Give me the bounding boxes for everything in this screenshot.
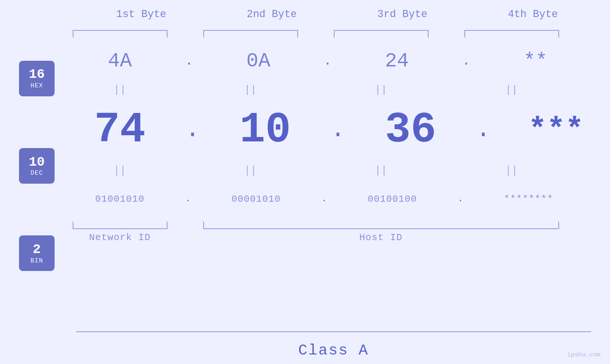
- bin-dot-2: .: [321, 194, 327, 204]
- network-bracket-wrap: [55, 222, 185, 229]
- bracket-cell-2: [185, 30, 316, 37]
- dec-val-2: 10: [240, 106, 291, 154]
- bottom-bracket-row: [55, 222, 610, 229]
- bottom-section: Network ID Host ID: [55, 222, 610, 243]
- dec-dot-2: .: [330, 118, 345, 142]
- top-bracket-4: [464, 30, 559, 37]
- byte3-header: 3rd Byte: [337, 9, 468, 20]
- dec-val-4: ***: [528, 112, 584, 148]
- equals2-3: ||: [375, 165, 387, 177]
- dec-cell-1: 74: [55, 106, 185, 154]
- class-label: Class A: [298, 342, 368, 359]
- main-area: 16 HEX 10 DEC 2 BIN: [0, 20, 610, 326]
- data-area: 4A . 0A . 24 . ** ||: [55, 25, 610, 326]
- network-bracket: [73, 222, 168, 229]
- bin-val-1: 01001010: [95, 194, 144, 205]
- byte4-header: 4th Byte: [468, 9, 598, 20]
- equals-3: ||: [375, 84, 387, 96]
- hex-dot-1: .: [185, 55, 193, 68]
- dec-dot-1: .: [185, 118, 200, 142]
- class-row: Class A: [76, 331, 591, 364]
- dec-cell-4: ***: [491, 112, 610, 148]
- hex-val-3: 24: [385, 50, 409, 73]
- host-bracket: [203, 222, 559, 229]
- dec-dot-3: .: [476, 118, 490, 142]
- eq2-cell-3: ||: [316, 165, 446, 177]
- equals2-4: ||: [505, 165, 517, 177]
- watermark: ipshu.com: [567, 351, 601, 358]
- hex-val-2: 0A: [246, 50, 270, 73]
- eq2-cell-4: ||: [446, 165, 577, 177]
- hex-cell-4: **: [470, 50, 601, 73]
- eq-cell-4: ||: [446, 84, 577, 96]
- dec-badge-num: 10: [29, 155, 45, 170]
- hex-cell-1: 4A: [55, 50, 185, 73]
- hex-cell-3: 24: [332, 50, 462, 73]
- bin-val-2: 00001010: [232, 194, 281, 205]
- eq2-cell-1: ||: [55, 165, 185, 177]
- dec-val-3: 36: [385, 106, 436, 154]
- host-bracket-wrap: [185, 222, 577, 229]
- bracket-cell-4: [446, 30, 577, 37]
- equals-4: ||: [505, 84, 517, 96]
- header-row: 1st Byte 2nd Byte 3rd Byte 4th Byte: [0, 0, 610, 20]
- network-id-label: Network ID: [55, 232, 185, 243]
- equals-2: ||: [244, 84, 256, 96]
- main-container: 1st Byte 2nd Byte 3rd Byte 4th Byte 16 H…: [0, 0, 610, 364]
- dec-cell-2: 10: [200, 106, 330, 154]
- bin-badge: 2 BIN: [19, 235, 55, 271]
- bin-badge-num: 2: [33, 243, 41, 257]
- dec-val-1: 74: [94, 106, 145, 154]
- top-bracket-2: [203, 30, 298, 37]
- equals-row-2: || || || ||: [55, 161, 610, 180]
- hex-cell-2: 0A: [193, 50, 324, 73]
- top-bracket-3: [334, 30, 429, 37]
- hex-badge-label: HEX: [30, 82, 43, 89]
- id-labels-row: Network ID Host ID: [55, 232, 610, 243]
- bracket-cell-3: [316, 30, 446, 37]
- bin-dot-3: .: [458, 194, 463, 204]
- bin-value-row: 01001010 . 00001010 . 00100100 . *******…: [55, 180, 610, 218]
- eq-cell-2: ||: [185, 84, 316, 96]
- bin-cell-4: ********: [463, 194, 594, 205]
- top-bracket-row: [55, 30, 610, 37]
- eq-cell-3: ||: [316, 84, 446, 96]
- hex-val-1: 4A: [108, 50, 131, 73]
- hex-badge-num: 16: [29, 67, 45, 82]
- top-bracket-1: [73, 30, 168, 37]
- hex-val-4: **: [524, 50, 547, 73]
- bin-cell-3: 00100100: [327, 194, 458, 205]
- byte1-header: 1st Byte: [76, 9, 206, 20]
- eq2-cell-2: ||: [185, 165, 316, 177]
- equals2-2: ||: [244, 165, 256, 177]
- byte2-header: 2nd Byte: [206, 9, 337, 20]
- bin-badge-label: BIN: [30, 257, 43, 264]
- dec-badge: 10 DEC: [19, 148, 55, 184]
- dec-cell-3: 36: [345, 106, 476, 154]
- badges-column: 16 HEX 10 DEC 2 BIN: [19, 25, 55, 326]
- eq-cell-1: ||: [55, 84, 185, 96]
- bin-dot-1: .: [185, 194, 191, 204]
- bin-cell-1: 01001010: [55, 194, 185, 205]
- equals-row-1: || || || ||: [55, 80, 610, 99]
- host-id-label: Host ID: [185, 232, 577, 243]
- equals-1: ||: [113, 84, 126, 96]
- dec-badge-label: DEC: [30, 169, 43, 177]
- equals2-1: ||: [113, 165, 126, 177]
- hex-dot-2: .: [324, 55, 332, 68]
- hex-badge: 16 HEX: [19, 61, 55, 96]
- bracket-cell-1: [55, 30, 185, 37]
- hex-value-row: 4A . 0A . 24 . **: [55, 42, 610, 80]
- dec-value-row: 74 . 10 . 36 . ***: [55, 99, 610, 161]
- bin-val-3: 00100100: [368, 194, 417, 205]
- bin-val-4: ********: [504, 194, 554, 205]
- hex-dot-3: .: [462, 55, 470, 68]
- bin-cell-2: 00001010: [191, 194, 321, 205]
